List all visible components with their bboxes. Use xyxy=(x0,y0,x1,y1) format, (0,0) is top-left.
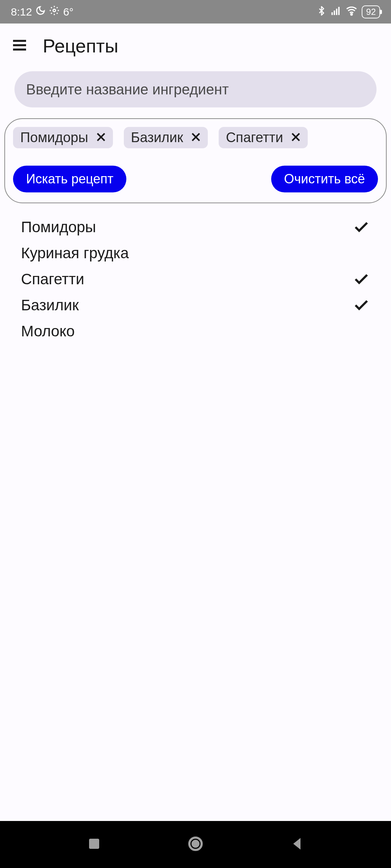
svg-rect-3 xyxy=(336,9,337,15)
search-input[interactable] xyxy=(26,81,365,98)
check-icon xyxy=(353,296,370,315)
status-bar: 8:12 6° 92 xyxy=(0,0,391,24)
ingredient-name: Молоко xyxy=(21,323,75,340)
ingredient-name: Куриная грудка xyxy=(21,244,129,262)
chips-container: Помидоры Базилик Спагетти xyxy=(13,127,378,148)
search-container xyxy=(14,71,377,107)
battery-indicator: 92 xyxy=(362,5,380,18)
chip-tomatoes[interactable]: Помидоры xyxy=(13,127,113,148)
menu-icon[interactable] xyxy=(11,37,28,55)
buttons-row: Искать рецепт Очистить всё xyxy=(13,166,378,192)
recent-apps-icon[interactable] xyxy=(85,835,103,854)
signal-icon xyxy=(331,5,341,18)
search-button[interactable]: Искать рецепт xyxy=(13,166,126,192)
list-item[interactable]: Базилик xyxy=(21,292,370,318)
list-item[interactable]: Куриная грудка xyxy=(21,240,370,266)
svg-rect-1 xyxy=(332,12,333,15)
close-icon[interactable] xyxy=(95,131,107,145)
ingredient-name: Базилик xyxy=(21,297,79,314)
app-header: Рецепты xyxy=(0,24,391,68)
home-icon[interactable] xyxy=(187,835,204,854)
gear-icon xyxy=(49,5,59,18)
list-item[interactable]: Спагетти xyxy=(21,266,370,292)
status-right: 92 xyxy=(317,5,380,19)
svg-rect-15 xyxy=(89,839,99,849)
chip-label: Спагетти xyxy=(226,130,283,145)
app-content: Рецепты Помидоры Базилик Спагетти xyxy=(0,24,391,821)
status-time: 8:12 xyxy=(11,6,32,18)
back-icon[interactable] xyxy=(288,835,306,854)
filter-panel: Помидоры Базилик Спагетти Искать рецепт xyxy=(4,118,387,203)
chip-label: Базилик xyxy=(131,130,183,145)
check-icon xyxy=(353,270,370,289)
svg-rect-2 xyxy=(334,10,335,15)
check-icon xyxy=(353,218,370,237)
svg-point-5 xyxy=(351,14,352,15)
system-nav-bar xyxy=(0,821,391,868)
ingredient-name: Спагетти xyxy=(21,271,84,288)
chip-spaghetti[interactable]: Спагетти xyxy=(219,127,308,148)
wifi-icon xyxy=(346,5,357,19)
svg-rect-4 xyxy=(339,7,340,15)
status-temp: 6° xyxy=(63,6,73,18)
page-title: Рецепты xyxy=(43,35,118,57)
bluetooth-icon xyxy=(317,6,326,18)
clear-button[interactable]: Очистить всё xyxy=(271,166,378,192)
close-icon[interactable] xyxy=(290,131,302,145)
status-left: 8:12 6° xyxy=(11,5,73,18)
close-icon[interactable] xyxy=(190,131,202,145)
list-item[interactable]: Помидоры xyxy=(21,214,370,240)
chip-basil[interactable]: Базилик xyxy=(124,127,208,148)
ingredients-list: Помидоры Куриная грудка Спагетти Базилик… xyxy=(0,203,391,344)
svg-point-17 xyxy=(193,841,198,847)
ingredient-name: Помидоры xyxy=(21,218,96,236)
chip-label: Помидоры xyxy=(20,130,88,145)
list-item[interactable]: Молоко xyxy=(21,318,370,344)
svg-point-0 xyxy=(53,9,56,12)
moon-icon xyxy=(35,5,46,18)
